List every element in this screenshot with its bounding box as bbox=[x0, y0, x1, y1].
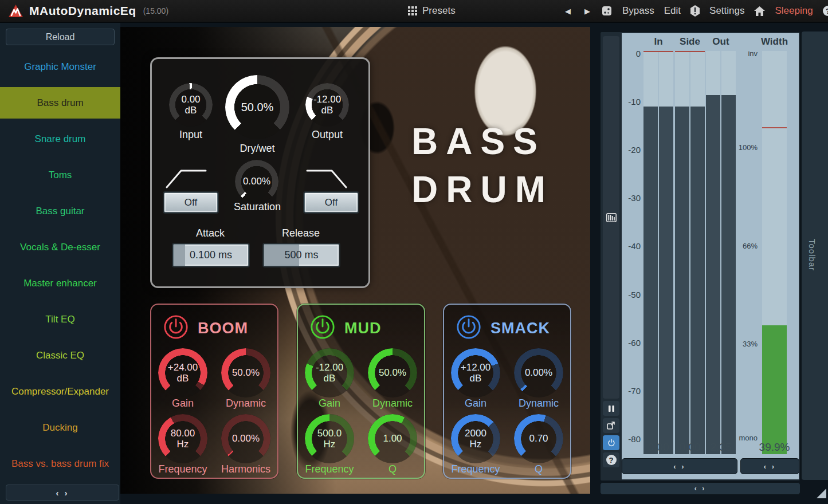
app-title: MAutoDynamicEq bbox=[29, 4, 136, 18]
presets-label: Presets bbox=[422, 5, 456, 17]
width-meter-bar bbox=[762, 51, 787, 454]
mud-q-knob[interactable]: 1.00 bbox=[368, 414, 417, 463]
boom-frequency-label: Frequency bbox=[158, 463, 207, 475]
preset-item-bass-guitar[interactable]: Bass guitar bbox=[0, 193, 120, 229]
saturation-knob-label: Saturation bbox=[225, 201, 289, 213]
saturation-knob[interactable]: 0.00% bbox=[235, 160, 278, 203]
lowpass-toggle[interactable]: Off bbox=[304, 192, 358, 212]
smack-frequency-knob[interactable]: 2000Hz bbox=[451, 414, 500, 463]
mud-gain-knob[interactable]: -12.00dB bbox=[305, 348, 354, 397]
pause-button[interactable] bbox=[603, 401, 619, 416]
preset-item-bass-drum[interactable]: Bass drum bbox=[0, 87, 120, 119]
analyzer-button[interactable] bbox=[603, 36, 619, 399]
in-right-meter-bar bbox=[659, 51, 673, 454]
release-slider[interactable]: 500 ms bbox=[264, 244, 339, 266]
help-icon: ? bbox=[606, 455, 617, 465]
mud-frequency-label: Frequency bbox=[305, 463, 354, 475]
smack-q-label: Q bbox=[535, 463, 543, 475]
output-knob[interactable]: -12.00dB bbox=[305, 83, 349, 127]
mud-gain-label: Gain bbox=[319, 397, 340, 410]
mud-frequency-knob[interactable]: 500.0Hz bbox=[305, 414, 354, 463]
boom-dynamic-knob[interactable]: 50.0% bbox=[221, 348, 270, 397]
meter-header-width: Width bbox=[756, 36, 793, 48]
meter-scrollbar-right[interactable]: ‹ › bbox=[740, 458, 799, 474]
preset-item-compressor-expander[interactable]: Compressor/Expander bbox=[0, 373, 120, 410]
preset-item-snare-drum[interactable]: Snare drum bbox=[0, 121, 120, 157]
next-preset-button[interactable]: ▶ bbox=[582, 6, 592, 17]
home-icon[interactable] bbox=[754, 6, 765, 16]
smack-dynamic-label: Dynamic bbox=[519, 397, 559, 410]
popup-button[interactable] bbox=[603, 418, 619, 433]
boom-frequency-knob[interactable]: 80.00Hz bbox=[158, 414, 207, 463]
histogram-icon bbox=[606, 213, 617, 222]
preset-item-master-enhancer[interactable]: Master enhancer bbox=[0, 265, 120, 301]
resize-handle[interactable] bbox=[817, 489, 826, 498]
toolbar-strip[interactable]: Toolbar bbox=[802, 32, 828, 480]
out-right-meter-bar bbox=[721, 51, 736, 454]
warning-icon[interactable] bbox=[690, 5, 700, 17]
smack-dynamic-knob[interactable]: 0.00% bbox=[514, 348, 563, 397]
smack-gain-knob[interactable]: +12.00dB bbox=[451, 348, 500, 397]
boom-gain-knob[interactable]: +24.00dB bbox=[158, 348, 207, 397]
boom-harmonics-label: Harmonics bbox=[221, 463, 270, 475]
meter-help-button[interactable]: ? bbox=[603, 452, 619, 467]
prev-preset-button[interactable]: ◀ bbox=[563, 6, 573, 17]
input-knob-label: Input bbox=[169, 129, 213, 141]
in-left-meter-bar bbox=[643, 51, 658, 454]
toolbar-label: Toolbar bbox=[807, 239, 817, 271]
mud-power-button[interactable] bbox=[309, 314, 336, 342]
attack-slider[interactable]: 0.100 ms bbox=[173, 244, 249, 266]
preset-item-ducking[interactable]: Ducking bbox=[0, 410, 120, 446]
resize-icon bbox=[607, 422, 615, 430]
bypass-button[interactable]: Bypass bbox=[622, 5, 654, 17]
stage-title-line2: DRUM bbox=[411, 166, 589, 214]
highpass-toggle[interactable]: Off bbox=[164, 192, 218, 212]
main-controls-panel: 0.00dB Input 50.0% Dry/wet -12.00dB Outp… bbox=[150, 57, 370, 288]
meter-panel: ? In Side Out Width 0-10 -20-30 -40-50 -… bbox=[600, 32, 800, 481]
drywet-knob[interactable]: 50.0% bbox=[225, 75, 289, 139]
input-knob[interactable]: 0.00dB bbox=[169, 83, 213, 127]
meter-power-button[interactable] bbox=[603, 435, 619, 450]
sidebar-scroller[interactable]: ‹ › bbox=[6, 485, 119, 501]
random-preset-button[interactable] bbox=[602, 6, 612, 16]
meter-header-side: Side bbox=[675, 36, 705, 48]
meter-button-strip: ? bbox=[601, 32, 622, 481]
smack-q-knob[interactable]: 0.70 bbox=[514, 414, 563, 463]
boom-power-button[interactable] bbox=[163, 314, 189, 342]
smack-power-button[interactable] bbox=[456, 314, 482, 342]
preset-item-classic-eq[interactable]: Classic EQ bbox=[0, 337, 120, 373]
preset-item-bass-vs-bass-drum-fix[interactable]: Bass vs. bass drum fix bbox=[0, 446, 120, 482]
out-meter-value: 2.35 bbox=[706, 441, 736, 454]
sleeping-button[interactable]: Sleeping bbox=[775, 5, 813, 17]
boom-harmonics-knob[interactable]: 0.00% bbox=[221, 414, 270, 463]
titlebar: MAutoDynamicEq (15.00) Presets ◀ ▶ Bypas… bbox=[0, 0, 828, 23]
reload-button[interactable]: Reload bbox=[6, 29, 115, 45]
smack-gain-label: Gain bbox=[465, 397, 486, 410]
width-marker bbox=[762, 127, 787, 128]
stage-title-line1: BASS bbox=[411, 117, 589, 166]
meter-bottom-scrollbar[interactable]: ‹ › bbox=[600, 482, 800, 495]
side-meter-value: 0.00 bbox=[675, 441, 705, 454]
meter-scrollbar-left[interactable]: ‹ › bbox=[622, 458, 737, 474]
attack-slider-fill bbox=[174, 245, 185, 266]
drywet-knob-label: Dry/wet bbox=[225, 143, 289, 155]
side-peak-marker bbox=[675, 51, 705, 52]
preset-item-vocals-deesser[interactable]: Vocals & De-esser bbox=[0, 229, 120, 265]
highpass-icon bbox=[164, 166, 209, 191]
mud-dynamic-knob[interactable]: 50.0% bbox=[368, 348, 417, 397]
settings-button[interactable]: Settings bbox=[709, 5, 744, 17]
release-label: Release bbox=[264, 227, 338, 239]
edit-button[interactable]: Edit bbox=[664, 5, 681, 17]
meter-header-in: In bbox=[643, 36, 673, 48]
pause-icon bbox=[608, 405, 615, 412]
width-meter-value: 39.9% bbox=[756, 441, 793, 454]
boom-gain-label: Gain bbox=[172, 397, 194, 410]
stage-title: BASS DRUM bbox=[411, 117, 589, 214]
presets-button[interactable]: Presets bbox=[408, 0, 456, 22]
preset-item-toms[interactable]: Toms bbox=[0, 157, 120, 193]
preset-item-graphic-monster[interactable]: Graphic Monster bbox=[0, 49, 120, 85]
help-icon[interactable]: ? bbox=[823, 6, 828, 16]
meter-group-out bbox=[706, 51, 736, 454]
preset-item-tilt-eq[interactable]: Tilt EQ bbox=[0, 301, 120, 337]
release-value: 500 ms bbox=[284, 249, 318, 261]
